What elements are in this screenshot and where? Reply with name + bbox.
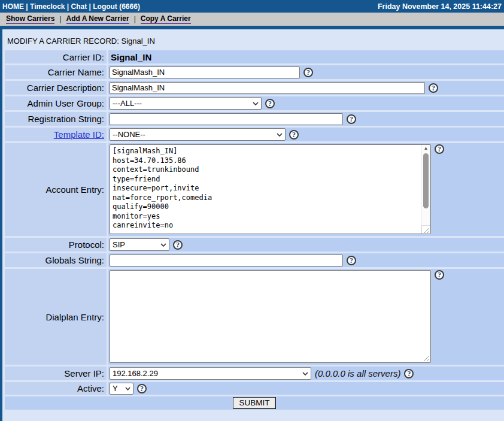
datetime-display: Friday November 14, 2025 11:44:27 (378, 2, 502, 11)
help-icon[interactable]: ? (289, 130, 299, 140)
admin-user-group-cell: ---ALL--- ? (108, 96, 504, 110)
resize-grip-icon[interactable] (422, 354, 430, 362)
nav-separator: | (134, 15, 136, 23)
carrier-nav-bar: Show Carriers | Add A New Carrier | Copy… (0, 13, 504, 26)
protocol-select[interactable]: SIP (110, 238, 169, 251)
account-entry-text: [signalMash_IN] host=34.70.135.86 contex… (110, 145, 430, 232)
scroll-thumb[interactable] (423, 153, 429, 208)
chevron-down-icon (253, 102, 259, 105)
account-entry-textarea[interactable]: [signalMash_IN] host=34.70.135.86 contex… (110, 144, 431, 234)
carrier-id-cell: Signal_IN (108, 50, 504, 63)
active-cell: Y ? (108, 382, 504, 395)
protocol-label: Protocol: (5, 238, 107, 252)
row-protocol: Protocol: SIP ? (5, 238, 504, 252)
nav-separator: | (59, 15, 61, 23)
row-dialplan-entry: Dialplan Entry: ? (5, 269, 504, 365)
globals-string-label: Globals String: (5, 253, 107, 267)
top-bar: HOME | Timeclock | Chat | Logout (6666) … (0, 0, 504, 13)
row-account-entry: Account Entry: [signalMash_IN] host=34.7… (5, 143, 504, 236)
help-icon[interactable]: ? (265, 99, 275, 108)
row-server-ip: Server IP: 192.168.2.29 (0.0.0.0 is all … (5, 367, 504, 380)
account-entry-label: Account Entry: (5, 143, 107, 236)
globals-string-cell: ? (108, 253, 504, 267)
carrier-name-input[interactable] (110, 66, 300, 78)
dialplan-entry-label: Dialplan Entry: (5, 269, 107, 365)
active-selected: Y (113, 384, 118, 393)
server-ip-selected: 192.168.2.29 (113, 369, 158, 378)
scrollbar[interactable]: ▲ ▼ (421, 145, 430, 234)
row-submit: SUBMIT (5, 396, 504, 410)
row-carrier-name: Carrier Name: ? (5, 65, 504, 79)
server-ip-select[interactable]: 192.168.2.29 (110, 367, 311, 380)
server-ip-label: Server IP: (5, 367, 107, 380)
row-template-id: Template ID: --NONE-- ? (5, 128, 504, 141)
chevron-down-icon (160, 243, 166, 247)
help-icon[interactable]: ? (429, 83, 438, 93)
carrier-id-label: Carrier ID: (5, 50, 107, 63)
carrier-description-input[interactable] (110, 82, 425, 94)
template-id-label: Template ID: (5, 128, 107, 141)
account-entry-cell: [signalMash_IN] host=34.70.135.86 contex… (108, 143, 504, 236)
dialplan-entry-text (110, 271, 430, 274)
nav-link-copy-carrier[interactable]: Copy A Carrier (141, 14, 191, 24)
server-ip-note: (0.0.0.0 is all servers) (315, 368, 400, 378)
help-icon[interactable]: ? (303, 68, 313, 77)
row-carrier-description: Carrier Description: ? (5, 81, 504, 95)
submit-cell: SUBMIT (5, 396, 504, 410)
admin-user-group-selected: ---ALL--- (113, 99, 142, 108)
submit-button[interactable]: SUBMIT (233, 397, 275, 409)
help-icon[interactable]: ? (347, 256, 356, 265)
help-icon[interactable]: ? (347, 114, 356, 124)
scroll-up-icon[interactable]: ▲ (424, 145, 429, 152)
help-icon[interactable]: ? (137, 384, 147, 393)
main-content: MODIFY A CARRIER RECORD: Signal_IN Carri… (2, 29, 504, 421)
row-carrier-id: Carrier ID: Signal_IN (5, 50, 504, 63)
help-icon[interactable]: ? (173, 240, 183, 250)
active-select[interactable]: Y (110, 383, 133, 395)
carrier-description-label: Carrier Description: (5, 81, 107, 95)
help-icon[interactable]: ? (435, 270, 444, 280)
dialplan-entry-cell: ? (108, 269, 504, 365)
globals-string-input[interactable] (110, 255, 343, 266)
chevron-down-icon (125, 387, 130, 390)
row-admin-user-group: Admin User Group: ---ALL--- ? (5, 96, 504, 110)
help-icon[interactable]: ? (435, 144, 444, 154)
carrier-description-cell: ? (108, 81, 504, 95)
chevron-down-icon (277, 133, 283, 137)
template-id-link[interactable]: Template ID: (54, 129, 104, 140)
carrier-form: Carrier ID: Signal_IN Carrier Name: ? Ca… (5, 50, 504, 410)
row-active: Active: Y ? (5, 382, 504, 395)
template-id-select[interactable]: --NONE-- (110, 128, 286, 141)
admin-user-group-label: Admin User Group: (5, 96, 107, 110)
chevron-down-icon (302, 372, 308, 375)
help-icon[interactable]: ? (404, 369, 414, 378)
row-globals-string: Globals String: ? (5, 253, 504, 267)
carrier-name-cell: ? (108, 65, 504, 79)
resize-grip-icon[interactable] (421, 225, 430, 234)
carrier-name-label: Carrier Name: (5, 65, 107, 79)
protocol-cell: SIP ? (108, 238, 504, 252)
template-id-cell: --NONE-- ? (108, 128, 504, 141)
server-ip-cell: 192.168.2.29 (0.0.0.0 is all servers) ? (108, 367, 504, 380)
template-id-selected: --NONE-- (113, 130, 145, 139)
registration-string-label: Registration String: (5, 112, 107, 126)
row-registration-string: Registration String: ? (5, 112, 504, 126)
dialplan-entry-textarea[interactable] (110, 270, 431, 363)
registration-string-input[interactable] (110, 113, 343, 125)
active-label: Active: (5, 382, 107, 395)
admin-user-group-select[interactable]: ---ALL--- (110, 97, 262, 110)
page-title: MODIFY A CARRIER RECORD: Signal_IN (2, 29, 504, 50)
top-nav-links[interactable]: HOME | Timeclock | Chat | Logout (6666) (2, 2, 140, 11)
nav-link-show-carriers[interactable]: Show Carriers (6, 14, 54, 24)
registration-string-cell: ? (108, 112, 504, 126)
protocol-selected: SIP (113, 240, 125, 249)
carrier-id-value: Signal_IN (110, 52, 151, 62)
nav-link-add-carrier[interactable]: Add A New Carrier (66, 14, 129, 24)
